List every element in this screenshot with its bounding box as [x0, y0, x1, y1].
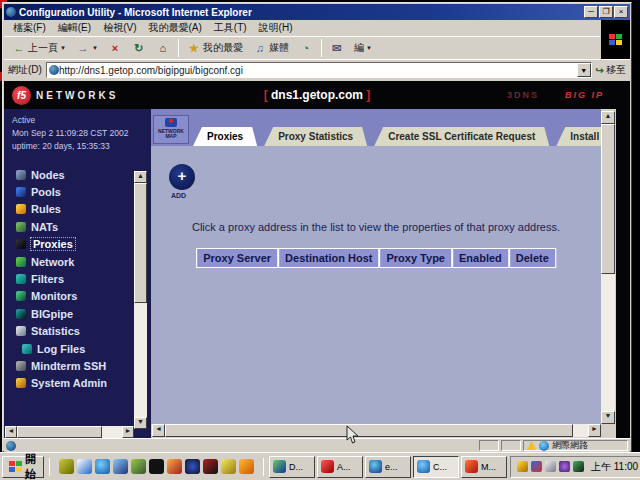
stop-button[interactable]: × [104, 39, 126, 57]
link-3dns[interactable]: 3DNS [507, 90, 539, 100]
scroll-right-icon[interactable]: ► [588, 424, 601, 437]
scroll-down-icon[interactable]: ▼ [601, 411, 615, 424]
edit-button[interactable]: 編 ▼ [350, 39, 376, 57]
sidebar-item-proxies[interactable]: Proxies [16, 236, 151, 253]
start-button[interactable]: 開始 [2, 456, 44, 478]
sidebar-item-system-admin[interactable]: System Admin [16, 375, 151, 392]
page-background-strip [616, 109, 630, 438]
sidebar-item-statistics[interactable]: Statistics [16, 323, 151, 340]
sidebar-item-monitors[interactable]: Monitors [16, 288, 151, 305]
back-button[interactable]: ← 上一頁 ▼ [8, 39, 70, 57]
task-button-3[interactable]: e... [365, 456, 411, 478]
sidebar-vscrollbar[interactable]: ▲ ▼ [134, 171, 147, 429]
tab-proxy-statistics[interactable]: Proxy Statistics [264, 127, 367, 146]
main-hscroll-thumb[interactable] [165, 424, 573, 437]
volume-icon[interactable] [517, 461, 528, 472]
sidebar-item-logfiles[interactable]: Log Files [16, 340, 151, 357]
sidebar-vscroll-thumb[interactable] [134, 183, 147, 303]
app-icon [273, 460, 286, 473]
console-icon[interactable] [149, 459, 164, 474]
sidebar-item-rules[interactable]: Rules [16, 201, 151, 218]
link-bigip[interactable]: BIG IP [565, 90, 604, 100]
antivirus-icon[interactable] [559, 461, 570, 472]
menu-file[interactable]: 檔案(F) [8, 20, 51, 36]
add-button-label: ADD [171, 192, 186, 199]
input-locale-icon[interactable] [531, 461, 542, 472]
menu-view[interactable]: 檢視(V) [98, 20, 141, 36]
system-status: Active Mon Sep 2 11:09:28 CST 2002 uptim… [4, 109, 151, 153]
scroll-right-icon[interactable]: ► [122, 426, 134, 438]
media-icon[interactable] [239, 459, 254, 474]
sidebar-hscroll-thumb[interactable] [17, 426, 102, 438]
acdsee-icon[interactable] [131, 459, 146, 474]
f5-logo-icon[interactable]: f5 [12, 86, 31, 105]
add-button[interactable]: + [169, 164, 195, 190]
ie-icon[interactable] [95, 459, 110, 474]
address-combo[interactable]: ▼ [46, 62, 592, 78]
address-dropdown-icon[interactable]: ▼ [577, 63, 591, 77]
tab-install-ssl-certificate[interactable]: Install SSL Certifi [556, 127, 601, 146]
main-vscroll-thumb[interactable] [601, 124, 615, 274]
maximize-button[interactable]: ❐ [599, 6, 613, 18]
col-delete: Delete [510, 249, 555, 267]
main-vscrollbar[interactable]: ▲ ▼ [601, 111, 615, 424]
brand-name: NETWORKS [36, 90, 118, 101]
realplayer-icon[interactable] [203, 459, 218, 474]
main-hscrollbar[interactable]: ◄ ► [152, 424, 601, 437]
address-bar: 網址(D) ▼ ↪ 移至 [4, 59, 630, 80]
scroll-left-icon[interactable]: ◄ [152, 424, 165, 437]
ie-icon [417, 460, 430, 473]
proxy-table-header: Proxy Server Destination Host Proxy Type… [196, 248, 556, 268]
title-bar[interactable]: Configuration Utility - Microsoft Intern… [4, 4, 630, 20]
forward-button[interactable]: → ▼ [72, 39, 102, 57]
sidebar-item-mindterm-ssh[interactable]: Mindterm SSH [16, 357, 151, 374]
outlook-icon[interactable] [77, 459, 92, 474]
close-button[interactable]: × [614, 6, 628, 18]
history-button[interactable]: ◔ [295, 39, 317, 57]
scroll-up-icon[interactable]: ▲ [134, 171, 147, 183]
app-icon [321, 460, 334, 473]
mail-button[interactable]: ✉ [326, 39, 348, 57]
sidebar-item-network[interactable]: Network [16, 253, 151, 270]
status-pane [501, 440, 521, 451]
sidebar-item-nats[interactable]: NATs [16, 218, 151, 235]
scroll-left-icon[interactable]: ◄ [5, 426, 17, 438]
menu-edit[interactable]: 編輯(E) [53, 20, 96, 36]
col-proxy-server: Proxy Server [197, 249, 277, 267]
task-button-2[interactable]: A... [317, 456, 363, 478]
sidebar-item-filters[interactable]: Filters [16, 270, 151, 287]
network-map-button[interactable]: NETWORK MAP [153, 115, 189, 144]
msn-icon[interactable] [113, 459, 128, 474]
show-desktop-icon[interactable] [59, 459, 74, 474]
network-status-icon[interactable] [573, 461, 584, 472]
scroll-down-icon[interactable]: ▼ [134, 417, 147, 429]
minimize-button[interactable]: ─ [584, 6, 598, 18]
sidebar-item-nodes[interactable]: Nodes [16, 166, 151, 183]
system-tray: 上午 11:00 [510, 456, 640, 478]
refresh-button[interactable]: ↻ [128, 39, 150, 57]
favorites-button[interactable]: ★ 我的最愛 [183, 39, 247, 57]
sidebar-hscrollbar[interactable]: ◄ ► [5, 426, 134, 438]
go-button[interactable]: ↪ 移至 [596, 63, 626, 77]
scroll-up-icon[interactable]: ▲ [601, 111, 615, 124]
address-input[interactable] [59, 65, 577, 76]
address-label: 網址(D) [8, 63, 42, 77]
menu-favorites[interactable]: 我的最愛(A) [143, 20, 206, 36]
forward-dropdown-icon: ▼ [92, 45, 98, 51]
sidebar-item-pools[interactable]: Pools [16, 183, 151, 200]
home-button[interactable]: ⌂ [152, 39, 174, 57]
task-button-configuration-utility[interactable]: C... [413, 456, 459, 478]
windows-start-icon [9, 461, 22, 473]
netmeeting-icon[interactable] [185, 459, 200, 474]
task-button-1[interactable]: D... [269, 456, 315, 478]
menu-help[interactable]: 說明(H) [254, 20, 298, 36]
menu-tools[interactable]: 工具(T) [209, 20, 252, 36]
media-button[interactable]: ♫ 媒體 [249, 39, 293, 57]
display-icon[interactable] [545, 461, 556, 472]
task-button-5[interactable]: M... [461, 456, 507, 478]
sidebar-item-bigpipe[interactable]: BIGpipe [16, 305, 151, 322]
tab-create-ssl-certificate-request[interactable]: Create SSL Certificate Request [374, 127, 549, 146]
winamp-icon[interactable] [167, 459, 182, 474]
keys-icon[interactable] [221, 459, 236, 474]
tab-proxies[interactable]: Proxies [193, 127, 257, 146]
